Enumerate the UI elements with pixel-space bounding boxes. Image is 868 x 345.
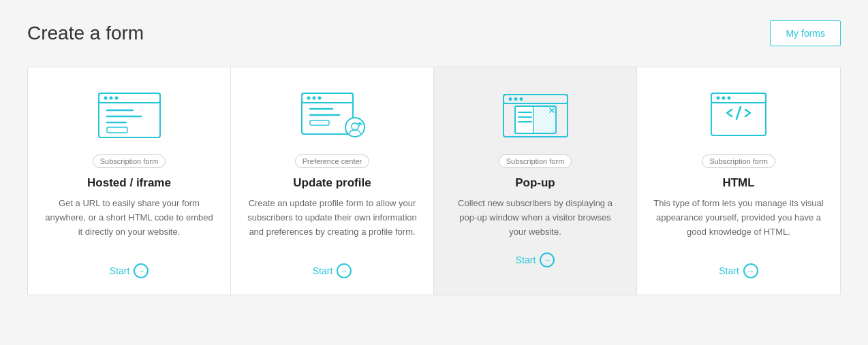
html-start-button[interactable]: Start → (719, 263, 758, 278)
svg-rect-20 (503, 95, 568, 103)
hosted-iframe-arrow-icon: → (134, 263, 149, 278)
html-start-label: Start (719, 265, 739, 276)
html-badge: Subscription form (702, 154, 775, 168)
html-description: This type of form lets you manage its vi… (653, 197, 824, 250)
update-profile-start-label: Start (313, 265, 333, 276)
update-profile-arrow-icon: → (337, 263, 352, 278)
update-profile-badge: Preference center (295, 154, 369, 168)
svg-point-52 (722, 97, 726, 100)
popup-badge: Subscription form (499, 154, 572, 168)
svg-line-54 (737, 107, 741, 119)
update-profile-title: Update profile (293, 176, 371, 190)
popup-start-button[interactable]: Start → (516, 252, 555, 267)
hosted-iframe-title: Hosted / iframe (87, 176, 171, 190)
svg-point-53 (728, 97, 731, 100)
svg-point-13 (317, 97, 321, 100)
svg-point-17 (345, 118, 365, 137)
svg-rect-8 (107, 127, 127, 133)
svg-point-11 (307, 97, 310, 100)
popup-arrow-icon: → (540, 252, 555, 267)
html-arrow-icon: → (743, 263, 758, 278)
html-title: HTML (722, 176, 754, 190)
html-icon (701, 88, 776, 142)
svg-point-2 (104, 97, 107, 100)
page-header: Create a form My forms (27, 20, 841, 46)
svg-rect-1 (99, 93, 160, 103)
svg-point-51 (717, 97, 720, 100)
popup-icon (498, 88, 573, 142)
update-profile-start-button[interactable]: Start → (313, 263, 352, 278)
svg-point-4 (114, 97, 118, 100)
svg-rect-16 (310, 120, 329, 125)
my-forms-button[interactable]: My forms (770, 20, 841, 46)
svg-rect-0 (99, 93, 160, 137)
popup-start-label: Start (516, 254, 536, 265)
card-hosted-iframe[interactable]: Subscription form Hosted / iframe Get a … (28, 67, 231, 295)
svg-point-12 (312, 97, 315, 100)
update-profile-icon (295, 88, 370, 142)
page-title: Create a form (27, 22, 144, 44)
svg-point-3 (109, 97, 112, 100)
cards-container: Subscription form Hosted / iframe Get a … (27, 67, 841, 295)
card-update-profile[interactable]: Preference center Update profile Create … (231, 67, 434, 295)
hosted-iframe-start-label: Start (110, 265, 130, 276)
hosted-iframe-start-button[interactable]: Start → (110, 263, 149, 278)
update-profile-description: Create an update profile form to allow y… (247, 197, 417, 250)
hosted-iframe-badge: Subscription form (93, 154, 166, 168)
svg-point-23 (519, 97, 523, 101)
card-popup[interactable]: Subscription form Pop-up Collect new sub… (434, 67, 637, 295)
popup-title: Pop-up (515, 176, 555, 190)
svg-point-22 (514, 97, 517, 101)
hosted-iframe-description: Get a URL to easily share your form anyw… (44, 197, 214, 250)
card-html[interactable]: Subscription form HTML This type of form… (637, 67, 840, 295)
popup-description: Collect new subscribers by displaying a … (450, 197, 620, 239)
svg-point-21 (508, 97, 512, 101)
hosted-iframe-icon (92, 88, 167, 142)
